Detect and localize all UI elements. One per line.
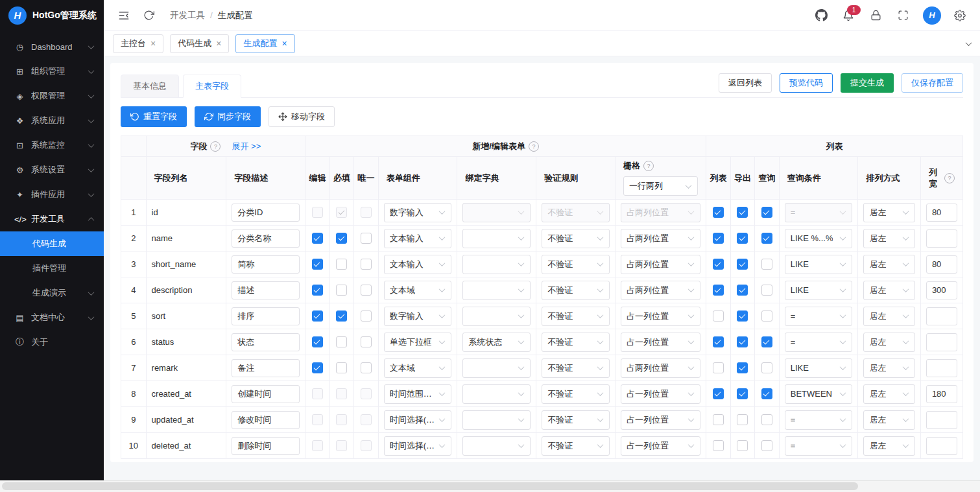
close-icon[interactable]: × xyxy=(281,39,287,48)
required-checkbox[interactable] xyxy=(336,207,347,218)
lock-screen-icon[interactable] xyxy=(867,7,884,24)
export-checkbox[interactable] xyxy=(737,388,748,399)
sidebar-item-system-settings[interactable]: ⚙ 系统设置 xyxy=(0,158,104,182)
unique-checkbox[interactable] xyxy=(361,310,372,322)
validation-select[interactable]: 不验证 xyxy=(542,384,610,404)
back-to-list-button[interactable]: 返回列表 xyxy=(719,73,772,93)
grid-select[interactable]: 占一列位置 xyxy=(621,333,700,352)
column-width-input[interactable] xyxy=(926,359,957,377)
sidebar-item-organization[interactable]: ⊞ 组织管理 xyxy=(0,59,104,84)
edit-checkbox[interactable] xyxy=(312,259,323,270)
grid-select[interactable]: 占一列位置 xyxy=(621,410,700,430)
form-widget-select[interactable]: 数字输入 xyxy=(384,203,452,222)
sidebar-item-permission[interactable]: ◈ 权限管理 xyxy=(0,84,104,108)
query-checkbox[interactable] xyxy=(761,336,772,347)
column-width-input[interactable] xyxy=(926,307,957,325)
column-width-input[interactable] xyxy=(926,229,957,248)
column-width-input[interactable] xyxy=(926,437,957,455)
edit-checkbox[interactable] xyxy=(312,362,323,373)
form-widget-select[interactable]: 文本输入 xyxy=(384,255,452,274)
validation-select[interactable]: 不验证 xyxy=(542,436,610,456)
tab-dashboard-console[interactable]: 主控台 × xyxy=(113,34,163,53)
sidebar-item-generation-demo[interactable]: 生成演示 xyxy=(0,281,104,305)
reset-fields-button[interactable]: 重置字段 xyxy=(121,106,187,127)
align-select[interactable]: 居左 xyxy=(863,307,914,326)
dict-select[interactable] xyxy=(462,281,531,300)
unique-checkbox[interactable] xyxy=(361,233,372,244)
validation-select[interactable]: 不验证 xyxy=(542,307,610,326)
query-checkbox[interactable] xyxy=(761,207,772,218)
query-checkbox[interactable] xyxy=(761,414,772,425)
align-select[interactable]: 居左 xyxy=(863,436,914,456)
export-checkbox[interactable] xyxy=(737,362,748,373)
unique-checkbox[interactable] xyxy=(361,336,372,347)
column-width-input[interactable] xyxy=(926,333,957,351)
list-checkbox[interactable] xyxy=(713,362,724,373)
export-checkbox[interactable] xyxy=(737,233,748,244)
dict-select[interactable] xyxy=(462,384,531,404)
tab-generation-config[interactable]: 生成配置 × xyxy=(235,34,294,53)
unique-checkbox[interactable] xyxy=(361,207,372,218)
unique-checkbox[interactable] xyxy=(361,362,372,373)
scrollbar-thumb[interactable] xyxy=(2,482,858,490)
dict-select[interactable] xyxy=(462,229,531,248)
dict-select[interactable] xyxy=(462,410,531,430)
tabs-dropdown-icon[interactable] xyxy=(960,41,971,46)
dict-select[interactable] xyxy=(462,307,531,326)
query-condition-select[interactable]: LIKE xyxy=(785,281,853,300)
app-logo[interactable]: H HotGo管理系统 xyxy=(0,0,104,30)
unique-checkbox[interactable] xyxy=(361,388,372,399)
settings-gear-icon[interactable] xyxy=(951,7,968,24)
sidebar-collapse-icon[interactable] xyxy=(115,7,132,24)
sidebar-item-dev-tools[interactable]: </> 开发工具 xyxy=(0,207,104,231)
sidebar-item-plugin-app[interactable]: ✦ 插件应用 xyxy=(0,182,104,207)
query-checkbox[interactable] xyxy=(761,440,772,451)
sidebar-item-system-monitor[interactable]: ⊡ 系统监控 xyxy=(0,133,104,158)
dict-select[interactable] xyxy=(462,358,531,378)
export-checkbox[interactable] xyxy=(737,310,748,322)
field-desc-input[interactable] xyxy=(232,411,300,429)
grid-select[interactable]: 占两列位置 xyxy=(621,255,700,274)
query-checkbox[interactable] xyxy=(761,388,772,399)
horizontal-scrollbar[interactable] xyxy=(0,480,980,492)
list-checkbox[interactable] xyxy=(713,388,724,399)
preview-code-button[interactable]: 预览代码 xyxy=(780,73,833,93)
dict-select[interactable] xyxy=(462,203,531,222)
validation-select[interactable]: 不验证 xyxy=(542,410,610,430)
edit-checkbox[interactable] xyxy=(312,388,323,399)
list-checkbox[interactable] xyxy=(713,310,724,322)
align-select[interactable]: 居左 xyxy=(863,255,914,274)
form-widget-select[interactable]: 时间范围选择 xyxy=(384,384,452,404)
edit-checkbox[interactable] xyxy=(312,310,323,322)
edit-checkbox[interactable] xyxy=(312,440,323,451)
query-checkbox[interactable] xyxy=(761,259,772,270)
tab-basic-info[interactable]: 基本信息 xyxy=(121,75,179,98)
align-select[interactable]: 居左 xyxy=(863,333,914,352)
list-checkbox[interactable] xyxy=(713,440,724,451)
grid-select[interactable]: 占两列位置 xyxy=(621,358,700,378)
query-condition-select[interactable]: = xyxy=(785,203,853,222)
field-desc-input[interactable] xyxy=(232,281,300,299)
edit-checkbox[interactable] xyxy=(312,336,323,347)
unique-checkbox[interactable] xyxy=(361,440,372,451)
list-checkbox[interactable] xyxy=(713,233,724,244)
validation-select[interactable]: 不验证 xyxy=(542,358,610,378)
required-checkbox[interactable] xyxy=(336,233,347,244)
help-icon[interactable] xyxy=(210,141,221,152)
export-checkbox[interactable] xyxy=(737,440,748,451)
export-checkbox[interactable] xyxy=(737,285,748,296)
column-width-input[interactable] xyxy=(926,281,957,299)
query-condition-select[interactable]: = xyxy=(785,307,853,326)
breadcrumb-parent[interactable]: 开发工具 xyxy=(170,10,205,21)
query-condition-select[interactable]: BETWEEN xyxy=(785,384,853,404)
field-desc-input[interactable] xyxy=(232,333,300,351)
export-checkbox[interactable] xyxy=(737,259,748,270)
list-checkbox[interactable] xyxy=(713,414,724,425)
required-checkbox[interactable] xyxy=(336,259,347,270)
dict-select[interactable]: 系统状态 xyxy=(462,333,531,352)
form-widget-select[interactable]: 文本域 xyxy=(384,281,452,300)
edit-checkbox[interactable] xyxy=(312,285,323,296)
query-condition-select[interactable]: LIKE xyxy=(785,358,853,378)
expand-link[interactable]: 展开 >> xyxy=(232,141,261,152)
list-checkbox[interactable] xyxy=(713,336,724,347)
